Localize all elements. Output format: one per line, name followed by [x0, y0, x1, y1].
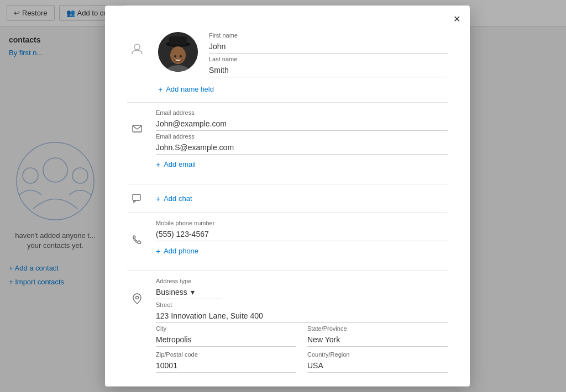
zip-label: Zip/Postal code: [156, 351, 296, 358]
email1-field: Email address: [156, 109, 448, 131]
address-type-label: Address type: [156, 278, 448, 284]
divider-3: [127, 213, 448, 213]
email-fields: Email address Email address + Add email: [156, 109, 448, 177]
address-fields: Address type Business ▾ Street City: [156, 278, 448, 375]
divider-2: [127, 184, 448, 184]
address-type-dropdown[interactable]: Business ▾: [156, 285, 222, 299]
street-input[interactable]: [156, 309, 448, 323]
chat-content: + Add chat: [156, 191, 448, 206]
svg-point-8: [170, 46, 186, 64]
last-name-label: Last name: [209, 56, 448, 62]
avatar-section: First name Last name: [127, 28, 448, 80]
state-field: State/Province: [307, 325, 448, 347]
email-icon: [127, 109, 147, 177]
last-name-field: Last name: [209, 56, 448, 77]
country-label: Country/Region: [307, 351, 448, 358]
email2-label: Email address: [156, 133, 448, 140]
street-field: Street: [156, 301, 448, 323]
address-icon: [127, 278, 147, 375]
city-input[interactable]: [156, 333, 296, 347]
phone-icon: [127, 220, 147, 264]
phone-fields: Mobile phone number + Add phone: [156, 220, 448, 264]
state-input[interactable]: [307, 333, 448, 347]
zip-field: Zip/Postal code: [156, 351, 296, 373]
city-field: City: [156, 325, 296, 347]
chevron-down-icon: ▾: [191, 288, 195, 296]
divider-1: [127, 102, 448, 103]
email2-input[interactable]: [156, 141, 448, 155]
contact-edit-modal: ✕: [105, 6, 470, 386]
country-field: Country/Region: [307, 351, 448, 373]
add-chat-label: Add chat: [164, 194, 192, 203]
add-phone-label: Add phone: [164, 247, 198, 255]
city-label: City: [156, 325, 296, 332]
last-name-input[interactable]: [209, 63, 448, 77]
first-name-input[interactable]: [209, 40, 448, 54]
divider-4: [127, 271, 448, 271]
add-email-icon: +: [156, 161, 160, 168]
address-type-value: Business: [156, 288, 187, 296]
state-label: State/Province: [307, 325, 448, 332]
close-icon: ✕: [453, 14, 460, 24]
country-input[interactable]: [307, 359, 448, 373]
add-name-field-button[interactable]: + Add name field: [158, 85, 214, 93]
svg-point-14: [136, 296, 139, 299]
phone1-label: Mobile phone number: [156, 220, 448, 226]
first-name-label: First name: [209, 32, 448, 39]
add-email-button[interactable]: + Add email: [156, 160, 196, 168]
chat-icon: [127, 191, 147, 206]
address-type-field: Address type Business ▾: [156, 278, 448, 299]
name-fields: First name Last name: [209, 32, 448, 80]
chat-section: + Add chat: [127, 191, 448, 206]
phone-section: Mobile phone number + Add phone: [127, 220, 448, 264]
add-name-field-label: Add name field: [166, 85, 214, 93]
email-section: Email address Email address + Add email: [127, 109, 448, 177]
phone1-field: Mobile phone number: [156, 220, 448, 241]
add-phone-icon: +: [156, 247, 160, 255]
add-chat-icon: +: [156, 195, 160, 203]
street-label: Street: [156, 301, 448, 308]
city-state-row: City State/Province: [156, 325, 448, 349]
svg-point-9: [174, 55, 176, 57]
close-button[interactable]: ✕: [448, 10, 465, 28]
phone1-input[interactable]: [156, 227, 448, 241]
svg-rect-12: [133, 125, 142, 132]
svg-rect-7: [169, 36, 187, 45]
avatar-person-icon: [127, 32, 147, 55]
first-name-field: First name: [209, 32, 448, 54]
email1-input[interactable]: [156, 117, 448, 131]
zip-country-row: Zip/Postal code Country/Region: [156, 351, 448, 375]
modal-header: ✕: [105, 6, 470, 28]
zip-input[interactable]: [156, 359, 296, 373]
email1-label: Email address: [156, 109, 448, 116]
svg-point-10: [180, 55, 182, 57]
add-phone-button[interactable]: + Add phone: [156, 247, 198, 255]
add-chat-button[interactable]: + Add chat: [156, 191, 192, 206]
svg-point-4: [134, 44, 140, 50]
svg-rect-13: [133, 194, 140, 200]
add-name-field-icon: +: [158, 86, 163, 93]
add-email-label: Add email: [164, 160, 196, 168]
avatar-image[interactable]: [158, 32, 198, 72]
address-section: Address type Business ▾ Street City: [127, 278, 448, 375]
modal-body[interactable]: First name Last name + Add name field: [105, 28, 470, 386]
email2-field: Email address: [156, 133, 448, 155]
